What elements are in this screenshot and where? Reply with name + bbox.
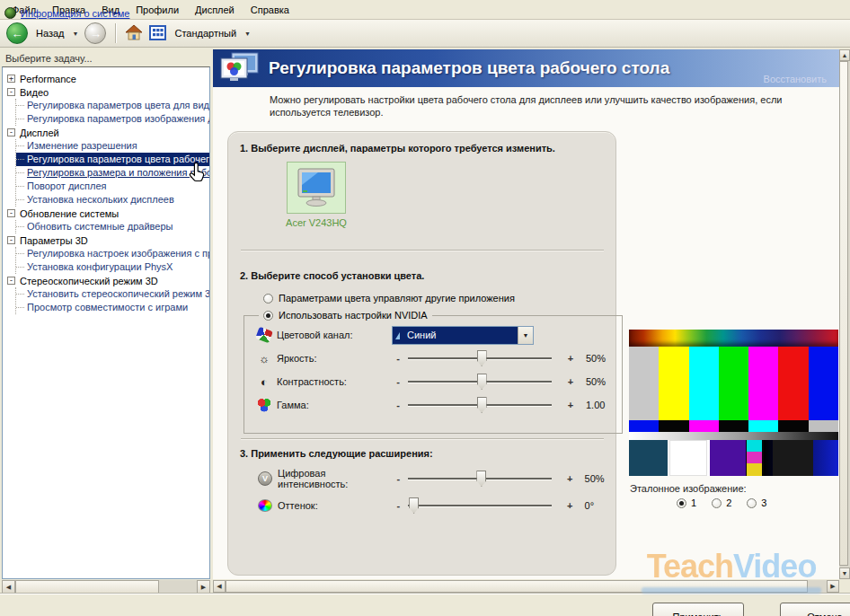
slider-plus[interactable]: + bbox=[564, 473, 576, 484]
slider-thumb[interactable] bbox=[477, 350, 487, 366]
reference-option[interactable]: 1 bbox=[677, 497, 696, 508]
slider-plus[interactable]: + bbox=[564, 353, 577, 364]
tree-group[interactable]: -Видео bbox=[7, 85, 209, 99]
step1-title: 1. Выберите дисплей, параметры которого … bbox=[240, 143, 555, 154]
expander-icon[interactable]: - bbox=[7, 277, 15, 285]
menu-item[interactable]: Справка bbox=[244, 2, 296, 18]
slider-track[interactable] bbox=[408, 404, 552, 406]
radio-checked-icon[interactable] bbox=[263, 311, 273, 321]
scroll-left-icon[interactable]: ◀ bbox=[2, 580, 15, 594]
tree-hscroll-thumb[interactable] bbox=[15, 580, 159, 594]
tree-item[interactable]: Поворот дисплея bbox=[16, 180, 209, 193]
home-icon[interactable] bbox=[125, 24, 143, 42]
slider-plus[interactable]: + bbox=[564, 400, 577, 410]
tree-item[interactable]: Установка конфигурации PhysX bbox=[16, 260, 209, 274]
scroll-up-icon[interactable]: ▲ bbox=[839, 49, 850, 61]
tree-group[interactable]: -Дисплей bbox=[7, 126, 209, 139]
cancel-button[interactable]: Отмена bbox=[780, 603, 850, 616]
slider-minus[interactable]: - bbox=[392, 400, 404, 410]
tree-item[interactable]: Регулировка параметров цвета для вид bbox=[16, 99, 209, 112]
main-hscroll-track[interactable] bbox=[226, 580, 827, 593]
main-vscrollbar[interactable]: ▲ ▼ bbox=[839, 49, 850, 579]
apply-button[interactable]: Применить bbox=[652, 603, 744, 616]
tree-item[interactable]: Регулировка параметров цвета рабочег bbox=[16, 153, 209, 166]
tree-item[interactable]: Просмотр совместимости с играми bbox=[16, 301, 209, 314]
slider-value: 50% bbox=[585, 473, 617, 484]
tree-group[interactable]: -Параметры 3D bbox=[7, 233, 209, 247]
reference-option[interactable]: 2 bbox=[712, 497, 731, 508]
display-select-item[interactable] bbox=[287, 162, 346, 214]
back-arrow-icon: ← bbox=[12, 27, 23, 40]
color-channel-row: Цветовой канал: Синий ▼ bbox=[257, 324, 622, 346]
tree-group-label: Стереоскопический режим 3D bbox=[20, 276, 158, 286]
slider-label: Яркость: bbox=[277, 353, 392, 364]
radio-icon[interactable] bbox=[263, 294, 273, 304]
radio-icon[interactable] bbox=[677, 498, 686, 508]
slider-minus[interactable]: - bbox=[393, 473, 404, 484]
main-hscrollbar[interactable]: ◀ ▶ bbox=[213, 580, 839, 593]
main-vscroll-track[interactable] bbox=[839, 61, 850, 568]
tree-hscroll-track[interactable] bbox=[15, 580, 197, 594]
nvidia-control-panel-window: ФайлПравкаВидПрофилиДисплейСправка ← Наз… bbox=[0, 0, 850, 616]
tree-item[interactable]: Регулировка параметров изображения д bbox=[16, 112, 209, 126]
tree-item[interactable]: Регулировка настроек изображения с пр bbox=[16, 247, 209, 260]
forward-arrow-icon: → bbox=[90, 27, 102, 40]
view-grid-icon[interactable] bbox=[149, 25, 166, 42]
slider-thumb[interactable] bbox=[409, 497, 419, 514]
main-vscroll-thumb[interactable] bbox=[839, 61, 848, 566]
forward-button[interactable]: → bbox=[84, 22, 106, 44]
restore-button[interactable]: Восстановить bbox=[764, 74, 827, 84]
system-info-link[interactable]: Информация о системе bbox=[4, 7, 129, 19]
slider-thumb[interactable] bbox=[476, 471, 486, 487]
slider-minus[interactable]: - bbox=[392, 376, 404, 387]
back-button[interactable]: ← bbox=[6, 22, 28, 44]
view-mode-label[interactable]: Стандартный bbox=[173, 28, 238, 39]
scroll-right-icon[interactable]: ▶ bbox=[827, 580, 839, 593]
radio-icon[interactable] bbox=[747, 498, 757, 508]
tree-item[interactable]: Установка нескольких дисплеев bbox=[16, 193, 209, 207]
scroll-left-icon[interactable]: ◀ bbox=[213, 580, 226, 593]
tree-item[interactable]: Установить стереоскопический режим 3 bbox=[16, 287, 209, 301]
view-dropdown-icon[interactable]: ▼ bbox=[244, 31, 251, 37]
expander-icon[interactable]: - bbox=[7, 236, 15, 244]
back-label[interactable]: Назад bbox=[34, 28, 66, 39]
expander-icon[interactable]: - bbox=[7, 128, 15, 136]
slider-minus[interactable]: - bbox=[392, 353, 404, 364]
slider-track[interactable] bbox=[408, 505, 552, 506]
tree-hscrollbar[interactable]: ◀ ▶ bbox=[2, 580, 210, 594]
radio-icon[interactable] bbox=[712, 498, 722, 508]
color-channel-select[interactable]: Синий ▼ bbox=[392, 326, 534, 345]
slider-thumb[interactable] bbox=[477, 397, 487, 413]
slider-value: 50% bbox=[586, 353, 622, 364]
slider-plus[interactable]: + bbox=[564, 500, 576, 511]
tree-group[interactable]: -Обновление системы bbox=[7, 207, 209, 220]
expander-icon[interactable]: + bbox=[7, 75, 15, 83]
dark-patch bbox=[773, 440, 813, 476]
slider-plus[interactable]: + bbox=[564, 376, 577, 387]
expander-icon[interactable]: - bbox=[7, 88, 15, 96]
tree-group[interactable]: -Стереоскопический режим 3D bbox=[7, 274, 209, 287]
menu-item[interactable]: Дисплей bbox=[189, 2, 241, 18]
reference-option[interactable]: 3 bbox=[747, 497, 766, 508]
slider-track[interactable] bbox=[408, 357, 552, 359]
slider-row: ☼Яркость:-+50% bbox=[257, 348, 622, 369]
main-hscroll-thumb[interactable] bbox=[226, 580, 808, 593]
tree-item[interactable]: Обновить системные драйверы bbox=[16, 220, 209, 233]
tree-item[interactable]: Изменение разрешения bbox=[16, 139, 209, 153]
expander-icon[interactable]: - bbox=[7, 209, 15, 217]
chevron-down-icon[interactable]: ▼ bbox=[518, 327, 533, 344]
system-info-label: Информация о системе bbox=[21, 8, 129, 19]
tree-group[interactable]: +Performance bbox=[7, 72, 209, 85]
scrollbar-corner bbox=[839, 580, 850, 593]
scroll-right-icon[interactable]: ▶ bbox=[197, 580, 210, 594]
radio-other-apps[interactable]: Параметрами цвета управляют другие прило… bbox=[263, 293, 515, 304]
radio-nvidia-settings[interactable]: Использовать настройки NVIDIA bbox=[259, 310, 432, 321]
slider-minus[interactable]: - bbox=[393, 500, 404, 511]
slider-thumb[interactable] bbox=[477, 374, 487, 390]
scroll-down-icon[interactable]: ▼ bbox=[839, 568, 850, 579]
menu-item[interactable]: Профили bbox=[129, 2, 185, 18]
back-dropdown-icon[interactable]: ▼ bbox=[73, 31, 79, 37]
tree-item[interactable]: Регулировка размера и положения рабо bbox=[16, 166, 209, 180]
slider-track[interactable] bbox=[408, 478, 552, 480]
slider-track[interactable] bbox=[408, 381, 552, 383]
